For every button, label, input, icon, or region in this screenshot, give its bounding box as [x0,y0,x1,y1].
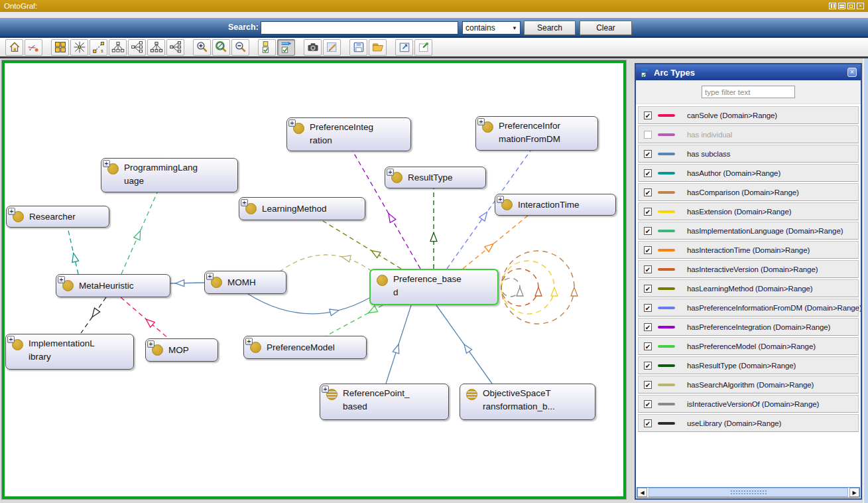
clear-button[interactable]: Clear [580,21,632,35]
home-button[interactable] [5,39,23,56]
zoom-out-button[interactable] [231,39,249,56]
expand-icon[interactable]: + [103,160,110,167]
arc-type-checkbox[interactable]: ✔ [644,150,652,158]
arc-type-checkbox[interactable]: ✔ [644,111,652,119]
layout-scissors-button[interactable]: ✂ [25,39,42,56]
zoom-in-button[interactable] [193,39,211,56]
arc-type-checkbox[interactable]: ✔ [644,246,652,254]
radial-layout-button[interactable] [70,39,88,56]
node-implementation-library[interactable]: +ImplementationLibrary [5,334,134,370]
expand-icon[interactable]: + [241,199,248,206]
node-momh[interactable]: +MOMH [204,271,286,294]
node-interaction-time[interactable]: +InteractionTime [495,194,616,216]
window-edge-scrollbar[interactable] [863,58,868,503]
arc-type-row[interactable]: ✔hasExtension (Domain>Range) [638,202,859,220]
tree-vertical-alpha-button[interactable] [147,39,165,56]
node-meta-heuristic[interactable]: +MetaHeuristic [56,274,170,297]
arc-type-checkbox[interactable]: ✔ [644,400,652,408]
maximize-icon[interactable] [847,3,855,9]
spring-layout-button[interactable]: s [90,39,107,56]
expand-icon[interactable]: + [387,169,394,176]
arc-type-row[interactable]: ✔hasPreferenceModel (Domain>Range) [638,337,859,355]
arc-types-button[interactable] [277,39,295,56]
arc-type-checkbox[interactable]: ✔ [644,285,652,293]
expand-icon[interactable]: + [58,276,65,283]
arc-type-row[interactable]: ✔hasInteractionTime (Domain>Range) [638,241,859,259]
edit-layout-button[interactable] [323,39,341,56]
expand-icon[interactable]: + [497,196,504,203]
snapshot-button[interactable] [304,39,322,56]
tree-horizontal-alpha-button[interactable] [166,39,184,56]
node-types-button[interactable] [258,39,276,56]
close-icon[interactable]: × [847,68,857,77]
expand-icon[interactable]: + [288,119,296,127]
minimize-icon[interactable] [838,3,845,9]
arc-type-checkbox[interactable]: ✔ [644,304,652,312]
arc-type-checkbox[interactable]: ✔ [644,208,652,216]
arc-type-checkbox[interactable]: ✔ [644,342,652,350]
arc-type-row[interactable]: ✔hasComparison (Domain>Range) [638,183,859,201]
arc-type-row[interactable]: ✔hasSearchAlgorithm (Domain>Range) [638,376,859,394]
arc-type-row[interactable]: ✔hasPreferenceInformationFromDM (Domain>… [638,299,859,317]
arc-type-checkbox[interactable]: ✔ [644,419,652,427]
scroll-right-icon[interactable]: ▶ [849,488,859,497]
expand-icon[interactable]: + [147,340,155,348]
export-button[interactable] [395,39,413,56]
type-filter-input[interactable] [702,86,795,98]
node-reference-point-based[interactable]: +ReferencePoint_based [320,384,449,420]
expand-icon[interactable]: + [8,208,15,215]
node-programming-language[interactable]: +ProgrammingLanguage [101,158,238,192]
expand-icon[interactable]: + [7,336,15,343]
arc-type-row[interactable]: ✔hasPreferenceIntegration (Domain>Range) [638,318,859,336]
expand-icon[interactable]: + [322,386,329,393]
expand-icon[interactable]: + [477,118,485,125]
node-preference-based[interactable]: Preference_based [369,269,499,305]
scrollbar-thumb[interactable] [649,488,848,497]
arc-type-row[interactable]: ✔useLibrary (Domain>Range) [638,414,859,432]
export-pin-button[interactable] [414,39,432,56]
node-researcher[interactable]: +Researcher [6,206,109,228]
arc-type-row[interactable]: ✔hasImplementationLanguage (Domain>Range… [638,222,859,240]
arc-type-checkbox[interactable] [644,131,652,139]
save-button[interactable] [349,39,367,56]
node-result-type[interactable]: +ResultType [385,167,486,188]
detach-icon[interactable] [829,3,836,9]
search-mode-dropdown[interactable]: contains ▼ [462,21,521,35]
tree-horizontal-button[interactable] [128,39,146,56]
open-button[interactable] [369,39,387,56]
arc-type-row[interactable]: ✔hasLearningMethod (Domain>Range) [638,279,859,297]
arc-type-row[interactable]: ✔has subclass [638,145,859,163]
arc-type-checkbox[interactable]: ✔ [644,227,652,235]
tree-vertical-button[interactable] [109,39,127,56]
title-bar[interactable]: OntoGraf: × [0,0,868,12]
arc-type-checkbox[interactable]: ✔ [644,323,652,331]
node-preference-integration[interactable]: +PreferenceIntegration [286,117,411,151]
arc-type-checkbox[interactable]: ✔ [644,265,652,273]
node-preference-information-from-dm[interactable]: +PreferenceInformationFromDM [475,116,598,151]
expand-icon[interactable]: + [245,338,253,345]
expand-icon[interactable]: + [206,273,214,280]
node-objective-space-transformation[interactable]: ObjectiveSpaceTransformation_b... [460,384,595,420]
grid-layout-button[interactable] [51,39,69,56]
arc-type-checkbox[interactable]: ✔ [644,381,652,389]
arc-type-checkbox[interactable]: ✔ [644,362,652,370]
node-learning-method[interactable]: +LearningMethod [239,197,365,220]
arc-type-row[interactable]: ✔isInteractiveVersionOf (Domain>Range) [638,395,859,413]
close-icon[interactable]: × [857,3,864,9]
horizontal-scrollbar[interactable]: ◀ ▶ [637,487,860,498]
arc-type-checkbox[interactable]: ✔ [644,188,652,196]
arc-type-row[interactable]: ✔hasInteractiveVersion (Domain>Range) [638,260,859,278]
scroll-left-icon[interactable]: ◀ [637,488,647,497]
arc-type-checkbox[interactable]: ✔ [644,169,652,177]
search-input[interactable] [261,21,458,35]
node-mop[interactable]: +MOP [145,338,218,362]
zoom-reset-button[interactable] [212,39,230,56]
arc-type-row[interactable]: ✔canSolve (Domain>Range) [638,106,859,124]
node-preference-model[interactable]: +PreferenceModel [243,336,367,359]
arc-type-row[interactable]: has individual [638,125,859,143]
arc-type-row[interactable]: ✔hasAuthor (Domain>Range) [638,164,859,182]
graph-canvas[interactable]: +PreferenceIntegration+PreferenceInforma… [1,60,627,500]
arc-type-row[interactable]: ✔hasResultType (Domain>Range) [638,356,859,374]
arc-panel-header[interactable]: Arc Types × [636,64,861,80]
search-button[interactable]: Search [524,21,576,35]
